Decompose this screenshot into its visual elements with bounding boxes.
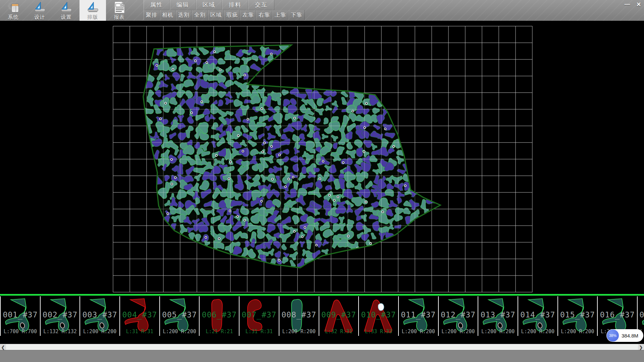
thumbnail-cell-1[interactable]: 001_#37 L:700 R:700	[0, 296, 40, 336]
tool-button-7[interactable]: 左靠	[240, 10, 256, 20]
piece-label: 014_#37	[518, 310, 557, 319]
minimize-button[interactable]: —	[623, 1, 632, 8]
thumbnail-cell-4[interactable]: 004_#37 L:31 R:31	[119, 296, 159, 336]
tool-button-8[interactable]: 右靠	[256, 10, 272, 20]
menu-tab-2[interactable]: 编辑	[170, 0, 196, 10]
horizontal-scrollbar[interactable]: ❮ ❯	[0, 344, 644, 350]
piece-label: 016_#37	[598, 310, 637, 319]
thumbnail-cell-9[interactable]: 009_#37 L:32 R:31	[319, 296, 359, 336]
piece-counts: L:200 R:200	[439, 328, 478, 335]
thumbnail-cell-14[interactable]: 014_#37 L:200 R:200	[518, 296, 557, 336]
piece-counts: L:200 R:200	[279, 328, 319, 335]
tool-button-4[interactable]: 全割	[192, 10, 208, 20]
thumbnail-cell-3[interactable]: 003_#37 L:200 R:200	[79, 296, 119, 336]
thumbnail-cell-5[interactable]: 005_#37 L:200 R:200	[159, 296, 199, 336]
thumbnail-cell-11[interactable]: 011_#37 L:200 R:200	[398, 296, 438, 336]
memory-badge: 38% 384.8M	[606, 329, 643, 342]
report-icon	[113, 1, 125, 14]
nav-button-label: 设置	[61, 14, 72, 20]
piece-counts: L:31 R:31	[239, 328, 279, 335]
piece-label: 002_#37	[41, 310, 80, 319]
menu-tab-4[interactable]: 排料	[222, 0, 248, 10]
menu-tab-5[interactable]: 交互	[248, 0, 274, 10]
tool-button-6[interactable]: 瑕疵	[224, 10, 240, 20]
menu-tab-3[interactable]: 区域	[196, 0, 222, 10]
piece-label: 017_#37	[638, 310, 644, 319]
piece-counts: L:31 R:31	[120, 328, 159, 335]
tool-button-10[interactable]: 下靠	[288, 10, 305, 20]
piece-counts: L:200 R:200	[558, 328, 597, 335]
tool-button-3[interactable]: 选割	[176, 10, 192, 20]
piece-counts: L:700 R:700	[1, 328, 40, 335]
scroll-left-button[interactable]: ❮	[0, 344, 6, 350]
thumbnail-strip: 001_#37 L:700 R:700 002_#37 L:132 R:132 …	[0, 296, 644, 336]
tool-button-row: 聚排相机选割全割区域瑕疵左靠右靠上靠下靠	[144, 10, 305, 20]
status-bar	[0, 350, 644, 362]
piece-label: 007_#37	[239, 310, 279, 319]
tool-button-5[interactable]: 区域	[208, 10, 224, 20]
piece-label: 001_#37	[1, 310, 40, 319]
memory-percent: 38%	[609, 334, 616, 338]
nav-button-label: 设计	[35, 14, 45, 20]
piece-label: 005_#37	[160, 310, 199, 319]
thumbnail-cell-15[interactable]: 015_#37 L:200 R:200	[557, 296, 597, 336]
piece-label: 013_#37	[478, 310, 518, 319]
thumbnail-cell-2[interactable]: 002_#37 L:132 R:132	[40, 296, 80, 336]
tool-button-2[interactable]: 相机	[160, 10, 176, 20]
piece-counts: L:200 R:200	[80, 328, 119, 335]
window-controls: — ✕	[623, 1, 643, 8]
thumbnail-strip-wrap: 001_#37 L:700 R:700 002_#37 L:132 R:132 …	[0, 296, 644, 344]
memory-size: 384.8M	[622, 333, 638, 339]
thumbnail-cell-12[interactable]: 012_#37 L:200 R:200	[438, 296, 478, 336]
thumbnail-cell-6[interactable]: 006_#37 L:21 R:21	[199, 296, 239, 336]
thumbnail-cell-8[interactable]: 008_#37 L:200 R:200	[279, 296, 319, 336]
piece-counts: L:132 R:132	[41, 328, 80, 335]
piece-label: 008_#37	[279, 310, 319, 319]
ruler-icon	[33, 1, 47, 13]
piece-counts: L:21 R:21	[200, 328, 239, 335]
piece-label: 009_#37	[319, 310, 359, 319]
scroll-right-button[interactable]: ❯	[638, 344, 644, 350]
piece-counts: L:200 R:200	[399, 328, 438, 335]
thumbnail-cell-10[interactable]: 010_#37 L:33 R:33	[358, 296, 398, 336]
piece-label: 011_#37	[399, 310, 438, 319]
piece-label: 004_#37	[120, 310, 159, 319]
memory-percent-indicator: 38%	[607, 329, 619, 342]
nav-button-3[interactable]: 设置	[53, 0, 79, 21]
nav-button-2[interactable]: 设计	[26, 0, 53, 21]
piece-label: 015_#37	[558, 310, 597, 319]
ruler-icon	[60, 1, 73, 13]
piece-counts: L:200 R:200	[160, 328, 199, 335]
nav-button-4[interactable]: 排版	[79, 0, 106, 21]
canvas-drawing	[0, 21, 644, 294]
thumbnail-cell-7[interactable]: 007_#37 L:31 R:31	[239, 296, 279, 336]
nav-button-5[interactable]: 报表	[106, 0, 132, 21]
nav-button-label: 排版	[88, 14, 98, 20]
nav-button-label: 报表	[114, 14, 125, 20]
toolbar: 系统 设计 设置 排版 报表 属性编辑区域排料交互 聚排相机选割全割区域瑕疵左靠…	[0, 0, 644, 21]
piece-label: 010_#37	[359, 310, 398, 319]
piece-label: 006_#37	[200, 310, 239, 319]
tool-button-1[interactable]: 聚排	[144, 10, 160, 20]
piece-counts: L:33 R:33	[359, 328, 398, 335]
thumbnail-cell-13[interactable]: 013_#37 L:200 R:200	[478, 296, 518, 336]
menu-tab-row: 属性编辑区域排料交互	[144, 0, 274, 10]
nesting-canvas[interactable]	[0, 21, 644, 294]
piece-label: 012_#37	[439, 310, 478, 319]
nav-button-1[interactable]: 系统	[0, 0, 26, 21]
piece-counts: L:32 R:31	[319, 328, 359, 335]
ruler-icon	[86, 1, 100, 13]
nav-button-label: 系统	[8, 14, 19, 20]
tool-button-9[interactable]: 上靠	[272, 10, 288, 20]
close-button[interactable]: ✕	[634, 1, 643, 8]
menu-tab-1[interactable]: 属性	[144, 0, 170, 10]
piece-label: 003_#37	[80, 310, 119, 319]
gear-icon	[7, 1, 20, 13]
piece-counts: L:200 R:200	[478, 328, 518, 335]
nav-button-group: 系统 设计 设置 排版 报表	[0, 0, 132, 21]
piece-counts: L:200 R:200	[518, 328, 557, 335]
